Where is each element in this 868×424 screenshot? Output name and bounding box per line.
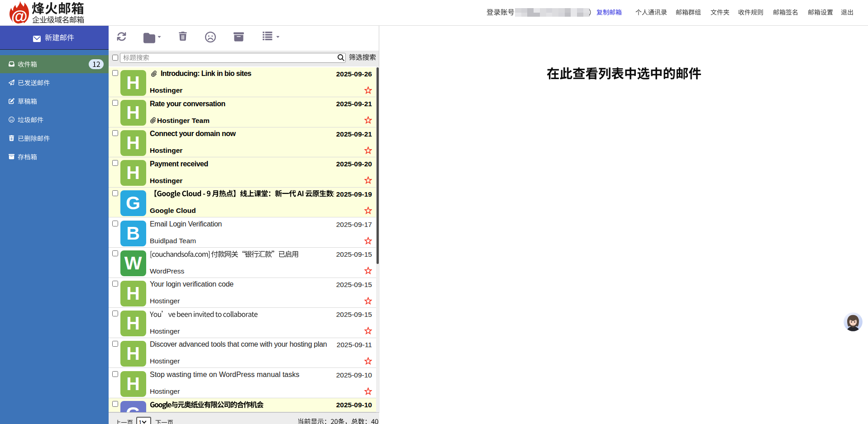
svg-text:@: @	[11, 7, 28, 24]
